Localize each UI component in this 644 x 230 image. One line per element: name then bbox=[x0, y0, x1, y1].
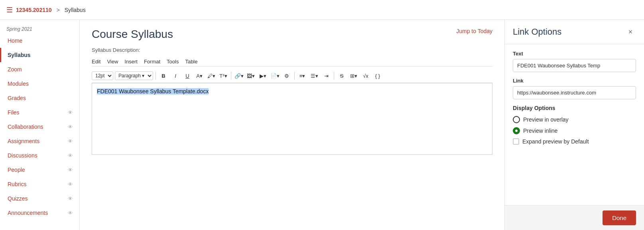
accessibility-button[interactable]: ⚙ bbox=[282, 71, 292, 81]
eye-icon[interactable]: 👁 bbox=[68, 196, 73, 202]
paragraph-select[interactable]: Paragraph ▾ bbox=[115, 71, 153, 80]
sidebar-item-home[interactable]: Home bbox=[0, 33, 79, 48]
text-field-label: Text bbox=[513, 51, 636, 57]
code-button[interactable]: { } bbox=[372, 71, 383, 81]
sidebar: Spring 2021 HomeSyllabusZoomModulesGrade… bbox=[0, 20, 80, 230]
sidebar-item-files[interactable]: Files👁 bbox=[0, 105, 79, 120]
hamburger-icon[interactable]: ☰ bbox=[6, 6, 13, 14]
editor-menu-item-table[interactable]: Table bbox=[185, 59, 197, 65]
expand-preview-label: Expand preview by Default bbox=[522, 138, 589, 145]
highlight-button[interactable]: 🖊▾ bbox=[206, 71, 217, 81]
sidebar-item-label: Files bbox=[8, 109, 20, 116]
editor-area[interactable]: FDE001 Waubonsee Syllabus Template.docx bbox=[92, 83, 492, 155]
toolbar-separator-2 bbox=[231, 72, 231, 80]
sidebar-item-modules[interactable]: Modules bbox=[0, 77, 79, 91]
sidebar-item-grades[interactable]: Grades bbox=[0, 91, 79, 105]
eye-icon[interactable]: 👁 bbox=[68, 167, 73, 173]
sidebar-item-label: Rubrics bbox=[8, 181, 26, 187]
bold-button[interactable]: B bbox=[158, 71, 169, 81]
done-button[interactable]: Done bbox=[603, 210, 636, 225]
sidebar-item-assignments[interactable]: Assignments👁 bbox=[0, 134, 79, 148]
editor-menu-item-edit[interactable]: Edit bbox=[92, 59, 100, 65]
link-options-panel: Link Options × Text Link Display Options… bbox=[504, 20, 644, 230]
sidebar-item-label: Modules bbox=[8, 81, 29, 87]
strikethrough-button[interactable]: S bbox=[337, 71, 347, 81]
sidebar-item-zoom[interactable]: Zoom bbox=[0, 62, 79, 77]
sidebar-item-announcements[interactable]: Announcements👁 bbox=[0, 206, 79, 220]
underline-button[interactable]: U bbox=[182, 71, 193, 81]
eye-icon[interactable]: 👁 bbox=[68, 110, 73, 116]
sidebar-item-label: Assignments bbox=[8, 138, 39, 144]
breadcrumb-separator: > bbox=[57, 7, 60, 13]
panel-close-button[interactable]: × bbox=[625, 26, 636, 37]
sidebar-item-label: Home bbox=[8, 37, 22, 44]
top-bar: ☰ 12345.202110 > Syllabus bbox=[0, 0, 644, 20]
preview-overlay-radio[interactable] bbox=[513, 116, 520, 123]
italic-button[interactable]: I bbox=[170, 71, 181, 81]
font-size-select[interactable]: 12pt bbox=[92, 71, 113, 80]
sidebar-item-label: Discussions bbox=[8, 152, 37, 159]
formula-button[interactable]: √x bbox=[360, 71, 371, 81]
editor-menu-item-view[interactable]: View bbox=[107, 59, 118, 65]
preview-overlay-option[interactable]: Preview in overlay bbox=[513, 116, 636, 123]
text-input[interactable] bbox=[513, 59, 636, 72]
link-input[interactable] bbox=[513, 86, 636, 99]
doc-button[interactable]: 📄▾ bbox=[270, 71, 280, 81]
preview-inline-label: Preview inline bbox=[523, 128, 557, 134]
editor-selected-text: FDE001 Waubonsee Syllabus Template.docx bbox=[97, 88, 209, 94]
sidebar-term: Spring 2021 bbox=[0, 23, 79, 33]
page-title: Course Syllabus bbox=[92, 28, 492, 41]
eye-icon[interactable]: 👁 bbox=[68, 138, 73, 144]
panel-body: Text Link Display Options Preview in ove… bbox=[505, 44, 644, 205]
eye-icon[interactable]: 👁 bbox=[68, 181, 73, 187]
toolbar-separator-4 bbox=[334, 72, 334, 80]
link-button[interactable]: 🔗▾ bbox=[234, 71, 244, 81]
sidebar-item-people[interactable]: People👁 bbox=[0, 163, 79, 177]
superscript-button[interactable]: T²▾ bbox=[218, 71, 228, 81]
sidebar-item-label: Syllabus bbox=[8, 52, 31, 58]
eye-icon[interactable]: 👁 bbox=[68, 210, 73, 216]
toolbar-separator-3 bbox=[294, 72, 295, 80]
expand-preview-checkbox[interactable] bbox=[513, 138, 519, 145]
preview-inline-radio[interactable] bbox=[513, 127, 520, 134]
editor-menu-bar: EditViewInsertFormatToolsTable bbox=[92, 57, 492, 67]
eye-icon[interactable]: 👁 bbox=[68, 153, 73, 159]
toolbar-separator-1 bbox=[156, 72, 156, 80]
editor-toolbar: 12pt Paragraph ▾ B I U A▾ 🖊▾ T²▾ 🔗▾ 🖼▾ ▶ bbox=[92, 69, 492, 83]
sidebar-item-label: Collaborations bbox=[8, 124, 43, 130]
eye-icon[interactable]: 👁 bbox=[68, 124, 73, 130]
sidebar-item-syllabus[interactable]: Syllabus bbox=[0, 48, 79, 62]
sidebar-item-discussions[interactable]: Discussions👁 bbox=[0, 148, 79, 163]
sidebar-item-quizzes[interactable]: Quizzes👁 bbox=[0, 191, 79, 206]
sidebar-item-label: People bbox=[8, 167, 25, 173]
editor-menu-item-format[interactable]: Format bbox=[144, 59, 160, 65]
breadcrumb-course[interactable]: 12345.202110 bbox=[16, 7, 52, 13]
sidebar-item-rubrics[interactable]: Rubrics👁 bbox=[0, 177, 79, 191]
editor-menu-item-insert[interactable]: Insert bbox=[124, 59, 138, 65]
content-body: Jump to Today Course Syllabus Syllabus D… bbox=[80, 20, 504, 230]
panel-footer: Done bbox=[505, 205, 644, 230]
preview-inline-option[interactable]: Preview inline bbox=[513, 127, 636, 134]
expand-preview-option[interactable]: Expand preview by Default bbox=[513, 138, 636, 145]
sidebar-item-label: Grades bbox=[8, 95, 26, 101]
align-button[interactable]: ≡▾ bbox=[297, 71, 307, 81]
sidebar-item-label: Zoom bbox=[8, 66, 22, 73]
indent-button[interactable]: ⇥ bbox=[321, 71, 331, 81]
sidebar-item-collaborations[interactable]: Collaborations👁 bbox=[0, 120, 79, 134]
preview-overlay-label: Preview in overlay bbox=[523, 116, 569, 123]
link-field-label: Link bbox=[513, 78, 636, 84]
display-options-label: Display Options bbox=[513, 105, 636, 111]
image-button[interactable]: 🖼▾ bbox=[246, 71, 256, 81]
sidebar-item-label: Announcements bbox=[8, 210, 48, 216]
syllabus-description-label: Syllabus Description: bbox=[92, 47, 492, 53]
sidebar-item-label: Quizzes bbox=[8, 195, 28, 202]
list-button[interactable]: ☰▾ bbox=[309, 71, 319, 81]
editor-menu-item-tools[interactable]: Tools bbox=[167, 59, 179, 65]
panel-header: Link Options × bbox=[505, 20, 644, 44]
text-color-button[interactable]: A▾ bbox=[194, 71, 205, 81]
breadcrumb-page: Syllabus bbox=[65, 7, 86, 13]
panel-title: Link Options bbox=[513, 27, 561, 37]
table-button[interactable]: ⊞▾ bbox=[349, 71, 359, 81]
media-button[interactable]: ▶▾ bbox=[258, 71, 268, 81]
jump-to-today-link[interactable]: Jump to Today bbox=[456, 28, 492, 34]
